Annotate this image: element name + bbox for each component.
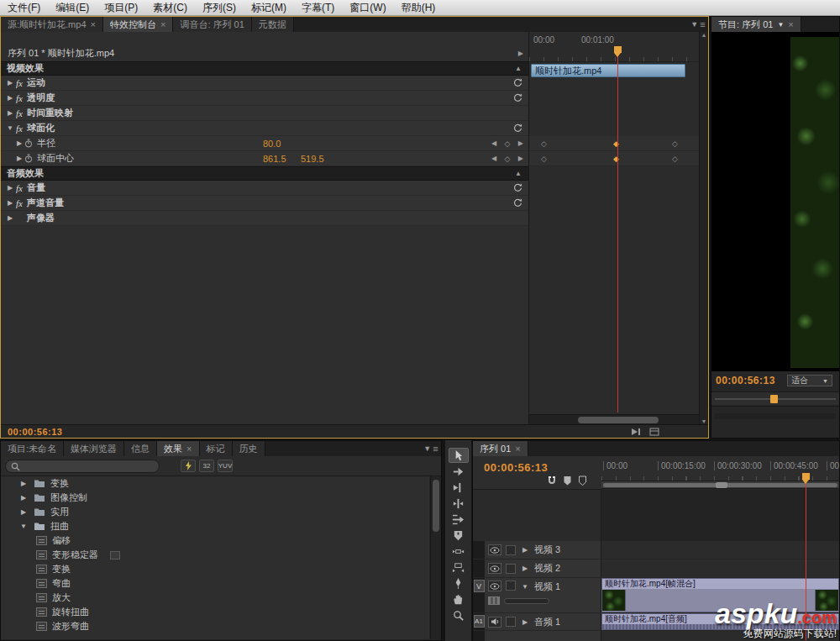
menu-project[interactable]: 项目(P) bbox=[97, 0, 145, 15]
track-lane-video-3[interactable] bbox=[601, 541, 839, 559]
yuv-effects-filter-button[interactable]: YUV bbox=[218, 460, 233, 472]
playhead-grip[interactable] bbox=[802, 473, 810, 480]
menu-clip[interactable]: 素材(C) bbox=[145, 0, 195, 15]
hand-tool[interactable] bbox=[449, 591, 469, 607]
reset-effect-icon[interactable] bbox=[513, 93, 522, 102]
effect-row-volume[interactable]: ▶ fx 音量 bbox=[1, 181, 528, 196]
tab-info[interactable]: 信息 bbox=[124, 441, 157, 456]
keyframe-icon[interactable]: ◇ bbox=[672, 139, 678, 148]
tab-metadata[interactable]: 元数据 bbox=[252, 17, 294, 32]
vertical-scrollbar[interactable]: ▲ ▼ bbox=[699, 32, 708, 424]
effect-row-opacity[interactable]: ▶ fx 透明度 bbox=[1, 91, 528, 106]
effects-folder-utility[interactable]: ▶ 实用 bbox=[1, 505, 429, 519]
close-icon[interactable]: × bbox=[788, 20, 793, 29]
snap-icon[interactable] bbox=[547, 475, 557, 486]
reset-effect-icon[interactable] bbox=[513, 198, 522, 208]
pen-tool[interactable] bbox=[449, 575, 469, 591]
keyframe-icon[interactable]: ◇ bbox=[672, 155, 678, 163]
expand-icon[interactable]: ▶ bbox=[14, 139, 24, 147]
reset-effect-icon[interactable] bbox=[513, 78, 522, 87]
menu-edit[interactable]: 编辑(E) bbox=[48, 0, 97, 15]
effect-controls-timeline[interactable]: 00:00 00:01:00 顺时针加花.mp4 ◇ ◆ ◇ ◇ ◆ ◇ bbox=[528, 32, 699, 424]
effect-row-time-remapping[interactable]: ▶ fx 时间重映射 bbox=[1, 106, 528, 121]
panel-menu-icon[interactable]: ▼≡ bbox=[421, 441, 441, 456]
toggle-track-output-button[interactable] bbox=[488, 544, 501, 555]
program-scrubber[interactable] bbox=[711, 391, 839, 405]
audio-effects-section[interactable]: 音频效果 ▲ bbox=[1, 166, 528, 181]
ripple-edit-tool[interactable] bbox=[449, 480, 469, 495]
slip-tool[interactable] bbox=[449, 544, 469, 559]
close-icon[interactable]: × bbox=[160, 20, 165, 29]
vertical-scrollbar[interactable] bbox=[430, 476, 441, 639]
param-value[interactable]: 80.0 bbox=[263, 139, 281, 149]
collapse-section-icon[interactable]: ▲ bbox=[515, 170, 522, 177]
track-lock-toggle[interactable] bbox=[506, 581, 516, 591]
track-header-video-1[interactable]: ▼ 视频 1 bbox=[485, 578, 601, 612]
zoom-level-dropdown[interactable]: 适合 ▼ bbox=[787, 375, 832, 386]
param-value-y[interactable]: 519.5 bbox=[301, 154, 324, 164]
track-lock-toggle[interactable] bbox=[506, 545, 516, 555]
video-effects-section[interactable]: 视频效果 ▲ bbox=[1, 61, 528, 76]
track-lock-toggle[interactable] bbox=[506, 564, 516, 574]
toggle-animation-stopwatch-icon[interactable] bbox=[24, 139, 33, 148]
monitor-select-dropdown-icon[interactable]: ▼ bbox=[777, 21, 784, 29]
tab-program-monitor[interactable]: 节目: 序列 01 ▼ × bbox=[711, 17, 801, 32]
menu-file[interactable]: 文件(F) bbox=[0, 0, 48, 15]
current-timecode[interactable]: 00:00:56:13 bbox=[8, 427, 62, 437]
effect-item-magnify[interactable]: 放大 bbox=[1, 591, 429, 605]
keyframe-icon[interactable]: ◇ bbox=[541, 139, 547, 148]
expand-icon[interactable]: ▶ bbox=[520, 546, 530, 554]
expand-icon[interactable]: ▶ bbox=[5, 94, 15, 102]
param-value-x[interactable]: 861.5 bbox=[263, 154, 286, 164]
track-header-audio-1[interactable]: ▶ 音频 1 bbox=[485, 613, 601, 630]
selection-tool[interactable] bbox=[449, 448, 469, 463]
effects-folder-distort[interactable]: ▼ 扭曲 bbox=[1, 519, 429, 533]
close-icon[interactable]: × bbox=[91, 20, 96, 29]
scroll-up-icon[interactable]: ▲ bbox=[701, 32, 707, 38]
menu-marker[interactable]: 标记(M) bbox=[244, 0, 294, 15]
effect-timeline-clip[interactable]: 顺时针加花.mp4 bbox=[531, 64, 685, 77]
toggle-animation-stopwatch-icon[interactable] bbox=[24, 154, 33, 163]
tab-effect-controls[interactable]: 特效控制台 × bbox=[103, 17, 173, 32]
close-icon[interactable]: × bbox=[186, 444, 192, 454]
menu-title[interactable]: 字幕(T) bbox=[294, 0, 342, 15]
param-row-radius[interactable]: ▶ 半径 80.0 ◀ ◇ ▶ bbox=[1, 136, 528, 151]
rolling-edit-tool[interactable] bbox=[449, 496, 469, 511]
tab-sequence-01[interactable]: 序列 01 × bbox=[473, 441, 528, 456]
add-keyframe-icon[interactable]: ◇ bbox=[505, 139, 511, 148]
tab-project[interactable]: 项目:未命名 bbox=[1, 441, 64, 456]
set-display-style-icon[interactable] bbox=[488, 596, 500, 605]
source-patch-video-badge[interactable]: V bbox=[474, 580, 485, 592]
program-timecode[interactable]: 00:00:56:13 bbox=[716, 375, 775, 386]
menu-help[interactable]: 帮助(H) bbox=[394, 0, 444, 15]
reset-effect-icon[interactable] bbox=[513, 123, 522, 133]
scrubber-playhead[interactable] bbox=[770, 395, 778, 403]
effect-item-offset[interactable]: 偏移 bbox=[1, 533, 429, 548]
effect-item-wave-warp[interactable]: 波形弯曲 bbox=[1, 619, 429, 633]
toggle-track-output-button[interactable] bbox=[488, 581, 501, 591]
mini-scrollbar[interactable] bbox=[715, 413, 836, 419]
tab-history[interactable]: 历史 bbox=[233, 441, 265, 456]
effect-item-transform[interactable]: 变换 bbox=[1, 562, 429, 576]
effect-row-panner[interactable]: ▶ 声像器 bbox=[1, 211, 528, 226]
collapse-section-icon[interactable]: ▲ bbox=[515, 65, 522, 72]
show-timeline-view-icon[interactable]: ▶ bbox=[518, 50, 523, 57]
track-header-video-2[interactable]: ▶ 视频 2 bbox=[485, 560, 601, 577]
effect-row-motion[interactable]: ▶ fx 运动 bbox=[1, 76, 528, 91]
expand-icon[interactable]: ▶ bbox=[5, 184, 15, 192]
tab-markers[interactable]: 标记 bbox=[200, 441, 233, 456]
toggle-timeline-view-icon[interactable] bbox=[649, 428, 659, 436]
rate-stretch-tool[interactable] bbox=[449, 512, 469, 527]
expand-icon[interactable]: ▶ bbox=[5, 199, 15, 207]
expand-icon[interactable]: ▶ bbox=[5, 109, 15, 117]
next-keyframe-icon[interactable]: ▶ bbox=[518, 139, 523, 147]
add-keyframe-icon[interactable]: ◇ bbox=[505, 155, 511, 163]
playhead-grip[interactable] bbox=[614, 46, 622, 53]
track-select-tool[interactable] bbox=[449, 464, 469, 479]
timeline-timecode[interactable]: 00:00:56:13 bbox=[484, 461, 548, 474]
effects-search-input[interactable] bbox=[5, 460, 160, 473]
param-row-sphere-center[interactable]: ▶ 球面中心 861.5 519.5 ◀ ◇ ▶ bbox=[1, 151, 528, 166]
effects-folder-transform[interactable]: ▶ 变换 bbox=[1, 476, 429, 491]
playhead-line[interactable] bbox=[617, 52, 618, 412]
toggle-track-output-button[interactable] bbox=[488, 563, 501, 574]
